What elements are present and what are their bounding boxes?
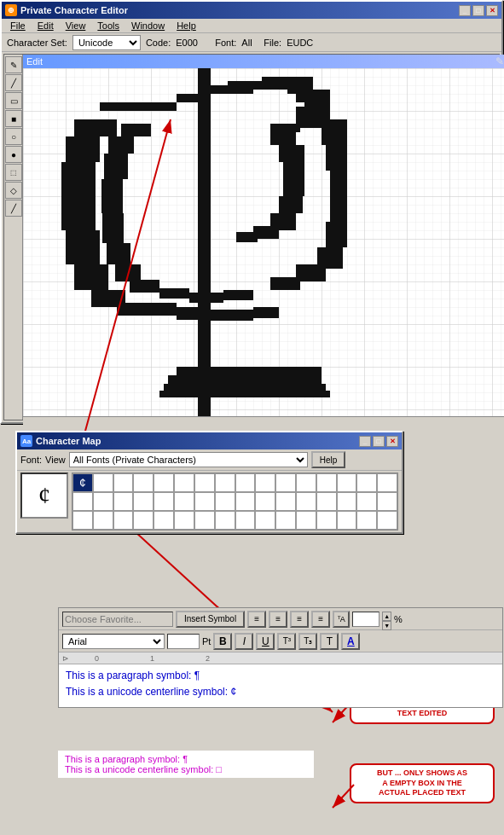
- menu-tools[interactable]: Tools: [92, 20, 125, 32]
- charmap-cell-39[interactable]: [215, 511, 235, 530]
- charmap-help-btn[interactable]: Help: [311, 451, 346, 468]
- charmap-cell-6[interactable]: [194, 473, 215, 492]
- charmap-close-btn[interactable]: ✕: [386, 436, 398, 447]
- align-left-btn[interactable]: ≡: [247, 611, 266, 628]
- charmap-cell-37[interactable]: [174, 511, 194, 530]
- zoom-input[interactable]: 100: [352, 612, 379, 627]
- charmap-cell-25[interactable]: [255, 492, 275, 511]
- charmap-cell-46[interactable]: [356, 511, 377, 530]
- charmap-cell-31[interactable]: [377, 492, 397, 511]
- svg-rect-19: [61, 162, 96, 196]
- charmap-cell-19[interactable]: [133, 492, 154, 511]
- favorite-input[interactable]: [62, 612, 173, 627]
- charmap-cell-40[interactable]: [235, 511, 256, 530]
- bold-btn[interactable]: B: [213, 633, 232, 650]
- charmap-cell-14[interactable]: [356, 473, 377, 492]
- charmap-cell-9[interactable]: [255, 473, 275, 492]
- charmap-cell-16[interactable]: [72, 492, 93, 511]
- charmap-cell-8[interactable]: [235, 473, 256, 492]
- charmap-cell-45[interactable]: [337, 511, 357, 530]
- charmap-cell-18[interactable]: [113, 492, 134, 511]
- charmap-cell-42[interactable]: [275, 511, 296, 530]
- tool-ellipse-fill[interactable]: ●: [5, 146, 22, 163]
- pce-close-btn[interactable]: ✕: [486, 5, 498, 16]
- charmap-cell-10[interactable]: [275, 473, 296, 492]
- charmap-cell-15[interactable]: [377, 473, 397, 492]
- tool-rect-select[interactable]: ⬚: [5, 164, 22, 181]
- charmap-cell-29[interactable]: [337, 492, 357, 511]
- charmap-font-dropdown[interactable]: All Fonts (Private Characters): [69, 452, 308, 467]
- charmap-cell-22[interactable]: [194, 492, 215, 511]
- charmap-cell-32[interactable]: [72, 511, 93, 530]
- charmap-cell-3[interactable]: [133, 473, 154, 492]
- charmap-cell-36[interactable]: [154, 511, 174, 530]
- charmap-cell-43[interactable]: [296, 511, 316, 530]
- tool-pencil[interactable]: ✎: [5, 56, 22, 73]
- text-btn[interactable]: T: [320, 633, 339, 650]
- edit-canvas[interactable]: [23, 68, 504, 416]
- menu-window[interactable]: Window: [126, 20, 170, 32]
- menu-edit[interactable]: Edit: [32, 20, 59, 32]
- charmap-cell-35[interactable]: [133, 511, 154, 530]
- superscript-btn[interactable]: T³: [277, 633, 296, 650]
- charmap-cell-30[interactable]: [356, 492, 377, 511]
- charmap-cell-17[interactable]: [93, 492, 113, 511]
- font-family-dropdown[interactable]: Arial: [62, 634, 165, 649]
- menu-view[interactable]: View: [61, 20, 91, 32]
- menu-help[interactable]: Help: [171, 20, 201, 32]
- text-color-btn[interactable]: A: [341, 633, 360, 650]
- charmap-cell-5[interactable]: [174, 473, 194, 492]
- tool-rect-outline[interactable]: ▭: [5, 92, 22, 109]
- charmap-cell-11[interactable]: [296, 473, 316, 492]
- pce-minimize-btn[interactable]: _: [459, 5, 471, 16]
- charmap-cell-7[interactable]: [215, 473, 235, 492]
- align-center-btn[interactable]: ≡: [269, 611, 287, 628]
- charmap-cell-33[interactable]: [93, 511, 113, 530]
- svg-rect-36: [253, 307, 279, 318]
- charmap-cell-38[interactable]: [194, 511, 215, 530]
- font-size-icon: ᵀA: [333, 611, 350, 628]
- pce-title-bar: ⊕ Private Character Editor _ □ ✕: [2, 2, 501, 19]
- font-size-input[interactable]: 9.00: [167, 634, 200, 649]
- italic-btn[interactable]: I: [235, 633, 253, 650]
- charmap-cell-20[interactable]: [154, 492, 174, 511]
- charset-dropdown[interactable]: Unicode: [72, 35, 141, 50]
- underline-btn[interactable]: U: [256, 633, 275, 650]
- charmap-cell-2[interactable]: [113, 473, 134, 492]
- charmap-cell-41[interactable]: [255, 511, 275, 530]
- charmap-cell-23[interactable]: [215, 492, 235, 511]
- charmap-cell-12[interactable]: [316, 473, 337, 492]
- charmap-cell-44[interactable]: [316, 511, 337, 530]
- insert-symbol-btn[interactable]: Insert Symbol: [176, 611, 245, 628]
- tool-rect-fill[interactable]: ■: [5, 110, 22, 127]
- charmap-cell-4[interactable]: [154, 473, 174, 492]
- svg-rect-26: [326, 145, 347, 171]
- svg-rect-51: [115, 264, 141, 281]
- tool-eraser[interactable]: ╱: [5, 200, 22, 217]
- svg-rect-16: [100, 102, 142, 111]
- tool-freehand[interactable]: ◇: [5, 182, 22, 199]
- charmap-maximize-btn[interactable]: □: [373, 436, 385, 447]
- charmap-cell-24[interactable]: [235, 492, 256, 511]
- charmap-cell-0[interactable]: ¢: [72, 473, 93, 492]
- tool-line[interactable]: ╱: [5, 74, 22, 91]
- charmap-cell-27[interactable]: [296, 492, 316, 511]
- pce-maximize-btn[interactable]: □: [472, 5, 484, 16]
- charmap-cell-13[interactable]: [337, 473, 357, 492]
- charmap-cell-28[interactable]: [316, 492, 337, 511]
- doc-text-area[interactable]: This is a paragraph symbol: ¶ This is a …: [59, 664, 502, 707]
- subscript-btn[interactable]: T₃: [298, 633, 317, 650]
- charmap-cell-47[interactable]: [377, 511, 397, 530]
- zoom-spinner[interactable]: ▲ ▼: [382, 612, 391, 627]
- charmap-cell-1[interactable]: [93, 473, 113, 492]
- tool-ellipse-outline[interactable]: ○: [5, 128, 22, 145]
- horizontal-scrollbar[interactable]: [23, 416, 504, 425]
- charmap-cell-34[interactable]: [113, 511, 134, 530]
- align-justify-btn[interactable]: ≡: [311, 611, 330, 628]
- pce-title-text: Private Character Editor: [20, 5, 128, 15]
- charmap-cell-21[interactable]: [174, 492, 194, 511]
- align-right-btn[interactable]: ≡: [290, 611, 309, 628]
- charmap-cell-26[interactable]: [275, 492, 296, 511]
- charmap-minimize-btn[interactable]: _: [359, 436, 371, 447]
- menu-file[interactable]: File: [5, 20, 31, 32]
